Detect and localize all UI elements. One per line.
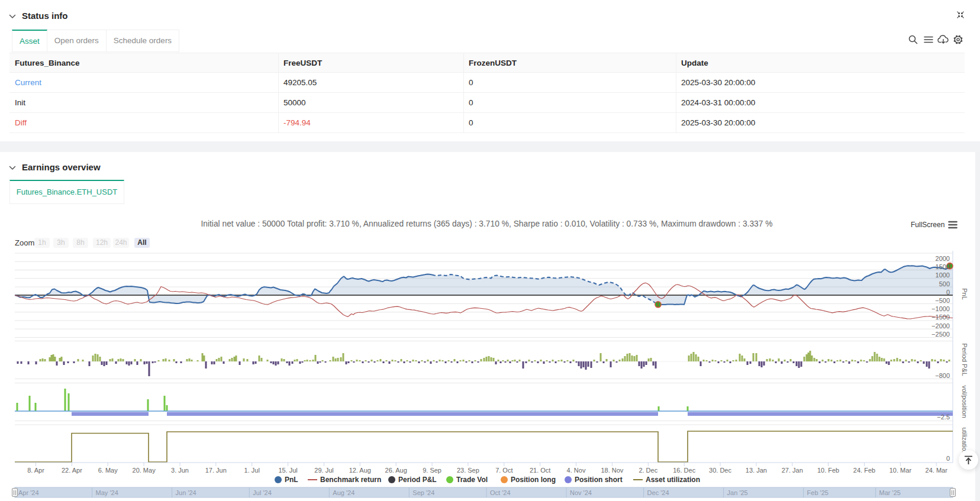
svg-text:PnL: PnL <box>285 476 298 484</box>
svg-text:29. Jul: 29. Jul <box>314 467 333 474</box>
svg-text:Jan '25: Jan '25 <box>727 489 748 496</box>
svg-text:22. Apr: 22. Apr <box>62 467 82 474</box>
svg-text:8. Apr: 8. Apr <box>27 467 44 474</box>
svg-text:Nov '24: Nov '24 <box>570 489 592 496</box>
svg-text:vol/position: vol/position <box>961 385 968 418</box>
svg-text:21. Oct: 21. Oct <box>530 467 550 474</box>
svg-text:Aug '24: Aug '24 <box>333 489 354 496</box>
svg-text:10. Mar: 10. Mar <box>889 467 912 474</box>
svg-text:2. Dec: 2. Dec <box>639 467 657 474</box>
svg-text:1000: 1000 <box>936 271 950 279</box>
svg-text:−1500: −1500 <box>931 313 950 321</box>
svg-text:12. Aug: 12. Aug <box>349 467 371 474</box>
svg-text:Asset utilization: Asset utilization <box>646 476 700 484</box>
svg-text:24. Feb: 24. Feb <box>853 467 875 474</box>
svg-text:16. Dec: 16. Dec <box>673 467 695 474</box>
svg-text:−800: −800 <box>935 372 950 379</box>
svg-text:Feb '25: Feb '25 <box>807 489 829 496</box>
svg-text:24. Mar: 24. Mar <box>926 467 948 474</box>
svg-text:13. Jan: 13. Jan <box>746 467 767 474</box>
svg-text:4. Nov: 4. Nov <box>567 467 586 474</box>
svg-text:Mar '25: Mar '25 <box>879 489 901 496</box>
svg-text:Dec '24: Dec '24 <box>647 489 669 496</box>
svg-text:27. Jan: 27. Jan <box>782 467 803 474</box>
svg-text:May '24: May '24 <box>96 489 118 496</box>
svg-text:1. Jul: 1. Jul <box>244 467 260 474</box>
svg-text:18. Nov: 18. Nov <box>601 467 623 474</box>
svg-text:Jun '24: Jun '24 <box>176 489 196 496</box>
svg-text:0: 0 <box>946 289 950 296</box>
svg-text:10. Feb: 10. Feb <box>817 467 839 474</box>
svg-text:Sep '24: Sep '24 <box>412 489 434 496</box>
svg-text:2000: 2000 <box>936 255 950 262</box>
svg-text:Position short: Position short <box>575 476 623 484</box>
svg-text:9. Sep: 9. Sep <box>423 467 441 474</box>
svg-text:Trade Vol: Trade Vol <box>456 476 488 484</box>
svg-text:Benchmark return: Benchmark return <box>320 476 381 484</box>
svg-text:1500: 1500 <box>936 263 950 270</box>
svg-text:20. May: 20. May <box>133 467 156 474</box>
svg-text:15. Jul: 15. Jul <box>278 467 297 474</box>
svg-text:Position long: Position long <box>511 476 556 484</box>
svg-text:7. Oct: 7. Oct <box>495 467 512 474</box>
svg-text:3. Jun: 3. Jun <box>171 467 189 474</box>
svg-text:−2.5: −2.5 <box>937 413 950 421</box>
svg-text:−2500: −2500 <box>931 331 950 338</box>
svg-text:PnL: PnL <box>961 288 968 300</box>
svg-text:6. May: 6. May <box>98 467 118 474</box>
svg-text:Period P&L: Period P&L <box>961 343 968 376</box>
svg-text:30. Dec: 30. Dec <box>709 467 731 474</box>
svg-text:Period P&L: Period P&L <box>398 476 437 484</box>
svg-text:Jul '24: Jul '24 <box>253 489 271 496</box>
svg-text:−500: −500 <box>935 297 950 304</box>
svg-text:0: 0 <box>946 455 950 462</box>
svg-text:−1000: −1000 <box>931 305 950 312</box>
svg-text:Apr '24: Apr '24 <box>18 489 39 496</box>
svg-text:26. Aug: 26. Aug <box>385 467 407 474</box>
svg-text:500: 500 <box>939 280 950 287</box>
svg-text:17. Jun: 17. Jun <box>205 467 227 474</box>
svg-text:−2000: −2000 <box>931 322 950 329</box>
svg-text:Oct '24: Oct '24 <box>490 489 511 496</box>
svg-text:23. Sep: 23. Sep <box>457 467 479 474</box>
